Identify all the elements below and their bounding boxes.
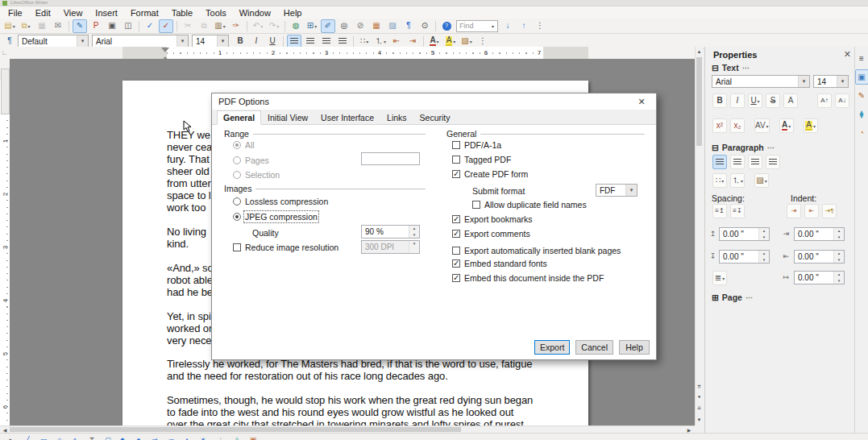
toolbar-overflow[interactable]: ⋮ xyxy=(533,19,547,33)
pages-radio[interactable] xyxy=(233,156,241,164)
dialog-title-bar[interactable]: PDF Options ✕ xyxy=(212,93,656,110)
navigator-tab[interactable]: ◔ xyxy=(855,125,868,140)
insert-image-icon[interactable]: ▣ xyxy=(246,434,260,440)
undo-icon[interactable]: ↶ xyxy=(251,19,265,33)
spin-up-icon[interactable] xyxy=(834,251,844,257)
pdfa-checkbox[interactable] xyxy=(452,141,460,149)
spin-up-icon[interactable] xyxy=(834,228,844,235)
spin-down-icon[interactable] xyxy=(759,257,769,264)
underline-button[interactable]: U xyxy=(748,93,762,108)
text-line[interactable]: Yet, in spi xyxy=(167,310,214,322)
symbol-shapes-icon[interactable]: ● xyxy=(133,434,147,440)
text-line[interactable] xyxy=(167,382,533,394)
horizontal-ruler[interactable]: 1234567 xyxy=(10,47,695,59)
document-text-upper[interactable]: THEY wenever ceafury. Thatsheer oldfrom … xyxy=(167,129,214,347)
chevron-down-icon[interactable] xyxy=(488,22,497,30)
below-spacing-spinner[interactable]: 0.00 " xyxy=(719,250,770,264)
menu-tools[interactable]: Tools xyxy=(199,8,233,18)
stars-icon[interactable]: ✶ xyxy=(197,434,212,440)
menu-table[interactable]: Table xyxy=(165,8,199,18)
text-line[interactable]: fury. That xyxy=(167,153,214,165)
export-button[interactable]: Export xyxy=(534,340,570,355)
tab-general[interactable]: General xyxy=(217,110,261,125)
reduce-resolution-checkbox[interactable] xyxy=(233,243,241,251)
ellipse-icon[interactable]: ○ xyxy=(52,434,67,440)
paragraph-section-header[interactable]: ⊟ Paragraph ⋯ xyxy=(712,143,849,152)
separator[interactable] xyxy=(284,21,285,31)
edit-mode-icon[interactable]: ✎ xyxy=(73,19,87,33)
text-line[interactable]: very nece xyxy=(167,334,214,347)
export-blank-pages-checkbox[interactable] xyxy=(452,247,460,255)
jpeg-radio[interactable] xyxy=(233,213,241,221)
spin-down-icon[interactable] xyxy=(834,235,844,241)
scroll-up-icon[interactable]: ▲ xyxy=(696,47,703,56)
spin-up-icon[interactable] xyxy=(759,251,769,257)
insert-image-icon[interactable]: ▨ xyxy=(385,19,400,33)
decrease-indent-button[interactable]: ⇤ xyxy=(804,204,819,218)
spin-up-icon[interactable] xyxy=(834,272,844,278)
clone-formatting-icon[interactable]: ✑ xyxy=(229,19,243,33)
zoom-icon[interactable]: ⊙ xyxy=(417,19,432,33)
text-line[interactable]: sheer old xyxy=(167,165,214,177)
horizontal-scrollbar[interactable]: ◀ ▶ xyxy=(0,425,695,433)
before-indent-spinner[interactable]: 0.00 " xyxy=(794,227,845,241)
save-icon[interactable]: ▦ xyxy=(35,19,49,33)
rectangle-icon[interactable]: ▭ xyxy=(36,434,51,440)
text-section-header[interactable]: ⊟ Text ⋯ xyxy=(712,63,849,73)
close-icon[interactable]: ✕ xyxy=(844,49,851,60)
expand-icon[interactable]: ⊞ xyxy=(712,293,719,302)
chevron-down-icon[interactable] xyxy=(217,35,228,47)
separator[interactable] xyxy=(283,36,284,47)
separator[interactable] xyxy=(435,21,436,31)
background-color-button[interactable]: ▨ xyxy=(459,35,474,48)
separator[interactable] xyxy=(139,21,139,31)
text-box-icon[interactable]: T xyxy=(85,434,99,440)
spin-down-icon[interactable] xyxy=(834,278,844,284)
page-section-header[interactable]: ⊞ Page ⋯ xyxy=(712,293,849,302)
more-options-icon[interactable]: ⋯ xyxy=(745,293,753,301)
auto-spellcheck-icon[interactable]: ✓ xyxy=(159,19,173,33)
bold-button[interactable]: B xyxy=(233,35,247,48)
find-next-button[interactable]: ↓ xyxy=(500,19,515,33)
text-line[interactable]: over the great city that stretched in to… xyxy=(167,418,533,425)
menu-format[interactable]: Format xyxy=(124,8,165,18)
callouts-icon[interactable]: ◗ xyxy=(181,434,196,440)
decrease-indent-button[interactable]: ⇤ xyxy=(389,35,404,48)
redo-icon[interactable]: ↷ xyxy=(267,19,281,33)
text-line[interactable]: and the need for restoration out of his … xyxy=(167,370,533,382)
superscript-button[interactable]: x² xyxy=(712,118,727,133)
edit-points-icon[interactable]: ∴ xyxy=(214,434,228,440)
block-arrows-icon[interactable]: ⇒ xyxy=(149,434,164,440)
freeform-line-icon[interactable]: ∿ xyxy=(69,434,83,440)
numbered-list-button[interactable]: ⒈ xyxy=(730,173,745,188)
tab-user-interface[interactable]: User Interface xyxy=(314,110,380,125)
horizontal-scrollbar-thumb[interactable] xyxy=(10,427,461,432)
strikethrough-button[interactable]: S xyxy=(766,93,780,108)
bullet-list-button[interactable]: ∷ xyxy=(357,35,372,48)
italic-button[interactable]: I xyxy=(730,93,745,108)
highlight-color-button[interactable]: A xyxy=(804,118,818,133)
spelling-icon[interactable]: ✓ xyxy=(143,19,157,33)
align-left-button[interactable] xyxy=(712,155,727,169)
text-line[interactable]: space to l xyxy=(167,189,214,201)
decrease-font-size-button[interactable]: A↓ xyxy=(835,93,849,108)
bullet-list-button[interactable]: ∷ xyxy=(712,173,727,188)
menu-insert[interactable]: Insert xyxy=(89,8,124,18)
print-preview-icon[interactable]: ◫ xyxy=(121,19,135,33)
print-icon[interactable]: ▣ xyxy=(105,19,119,33)
export-bookmarks-checkbox[interactable] xyxy=(452,215,460,223)
callout-icon[interactable]: ◻ xyxy=(101,434,115,440)
underline-button[interactable]: U xyxy=(265,35,280,48)
selection-radio[interactable] xyxy=(233,171,241,179)
text-line[interactable] xyxy=(167,250,214,262)
copy-icon[interactable]: ⧉ xyxy=(197,19,211,33)
find-input[interactable]: Find xyxy=(456,20,498,32)
align-center-button[interactable] xyxy=(303,35,318,48)
hanging-indent-button[interactable]: ⇥¶ xyxy=(822,204,837,218)
menu-edit[interactable]: Edit xyxy=(29,8,57,18)
left-indent-marker[interactable] xyxy=(161,52,169,59)
cut-icon[interactable]: ✂ xyxy=(181,19,195,33)
text-line[interactable] xyxy=(167,214,214,226)
spin-down-icon[interactable] xyxy=(759,235,769,241)
embed-document-checkbox[interactable] xyxy=(452,274,460,282)
